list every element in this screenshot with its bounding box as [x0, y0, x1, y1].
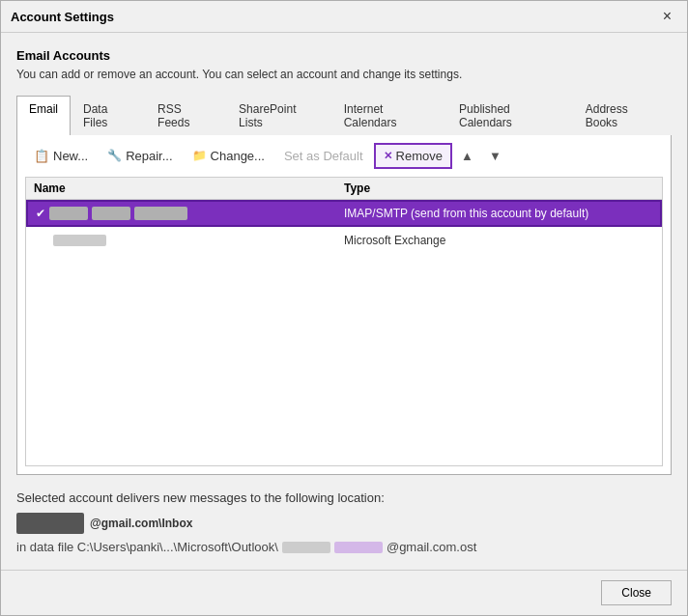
- tab-content-email: 📋 New... 🔧 Repair... 📁 Change... Set as …: [16, 135, 672, 475]
- change-icon: 📁: [192, 149, 207, 162]
- tab-rss-feeds[interactable]: RSS Feeds: [145, 96, 226, 135]
- row2-name-cell: [34, 235, 344, 246]
- row1-type-cell: IMAP/SMTP (send from this account by def…: [344, 207, 652, 220]
- row1-name-blur3: [134, 207, 187, 220]
- status-file-row: in data file C:\Users\panki\...\Microsof…: [16, 540, 672, 554]
- status-inbox-row: @gmail.com\Inbox: [16, 513, 672, 534]
- table-row[interactable]: Microsoft Exchange: [26, 227, 662, 254]
- row1-name-cell: ✔: [36, 207, 344, 220]
- move-up-button[interactable]: ▲: [454, 143, 480, 168]
- row1-check-icon: ✔: [36, 207, 45, 220]
- table-header: Name Type: [26, 178, 662, 200]
- remove-label: Remove: [396, 149, 443, 163]
- dialog-body: Email Accounts You can add or remove an …: [1, 33, 687, 475]
- new-label: New...: [53, 149, 88, 163]
- dialog-title: Account Settings: [11, 10, 114, 24]
- new-icon: 📋: [34, 149, 49, 163]
- up-arrow-icon: ▲: [461, 149, 473, 163]
- move-down-button[interactable]: ▼: [482, 143, 508, 168]
- remove-x-icon: ✕: [384, 150, 392, 162]
- status-name-blur: [16, 513, 84, 534]
- tab-internet-calendars[interactable]: Internet Calendars: [331, 96, 446, 135]
- change-label: Change...: [211, 149, 265, 163]
- col-header-name: Name: [34, 182, 344, 195]
- title-bar: Account Settings ×: [1, 1, 687, 33]
- row2-type-cell: Microsoft Exchange: [344, 234, 654, 247]
- row1-name-blur2: [92, 207, 130, 220]
- email-accounts-description: You can add or remove an account. You ca…: [16, 67, 672, 83]
- title-bar-close-button[interactable]: ×: [657, 7, 677, 26]
- dialog-footer: Close: [1, 570, 687, 615]
- status-inbox-label: @gmail.com\Inbox: [90, 517, 192, 530]
- down-arrow-icon: ▼: [489, 149, 502, 163]
- status-section: Selected account delivers new messages t…: [1, 475, 687, 570]
- tab-email[interactable]: Email: [16, 96, 71, 135]
- tab-address-books[interactable]: Address Books: [573, 96, 672, 135]
- row2-name-blur1: [53, 235, 106, 246]
- toolbar: 📋 New... 🔧 Repair... 📁 Change... Set as …: [25, 143, 663, 169]
- repair-icon: 🔧: [107, 149, 122, 162]
- col-header-type: Type: [344, 182, 654, 195]
- account-settings-dialog: Account Settings × Email Accounts You ca…: [0, 0, 688, 616]
- status-ost-blur: [334, 542, 383, 553]
- repair-label: Repair...: [126, 149, 172, 163]
- repair-button[interactable]: 🔧 Repair...: [99, 144, 181, 168]
- change-button[interactable]: 📁 Change...: [184, 144, 273, 168]
- table-row[interactable]: ✔ IMAP/SMTP (send from this account by d…: [26, 200, 662, 227]
- accounts-table: Name Type ✔ IMAP/SMTP (send from this ac…: [25, 177, 663, 466]
- tab-data-files[interactable]: Data Files: [71, 96, 145, 135]
- tab-bar: Email Data Files RSS Feeds SharePoint Li…: [16, 95, 672, 135]
- status-ost-label: @gmail.com.ost: [387, 540, 476, 554]
- set-default-label: Set as Default: [284, 149, 363, 163]
- new-button[interactable]: 📋 New...: [25, 144, 97, 168]
- close-button[interactable]: Close: [601, 580, 672, 605]
- status-description: Selected account delivers new messages t…: [16, 490, 672, 505]
- status-data-file-text: in data file C:\Users\panki\...\Microsof…: [16, 540, 278, 554]
- remove-button[interactable]: ✕ Remove: [374, 143, 452, 169]
- tab-sharepoint[interactable]: SharePoint Lists: [226, 96, 331, 135]
- email-accounts-header: Email Accounts: [16, 48, 672, 63]
- tab-published-calendars[interactable]: Published Calendars: [446, 96, 573, 135]
- row1-name-blur1: [49, 207, 88, 220]
- set-default-button[interactable]: Set as Default: [275, 144, 372, 168]
- status-path-blur: [282, 542, 330, 553]
